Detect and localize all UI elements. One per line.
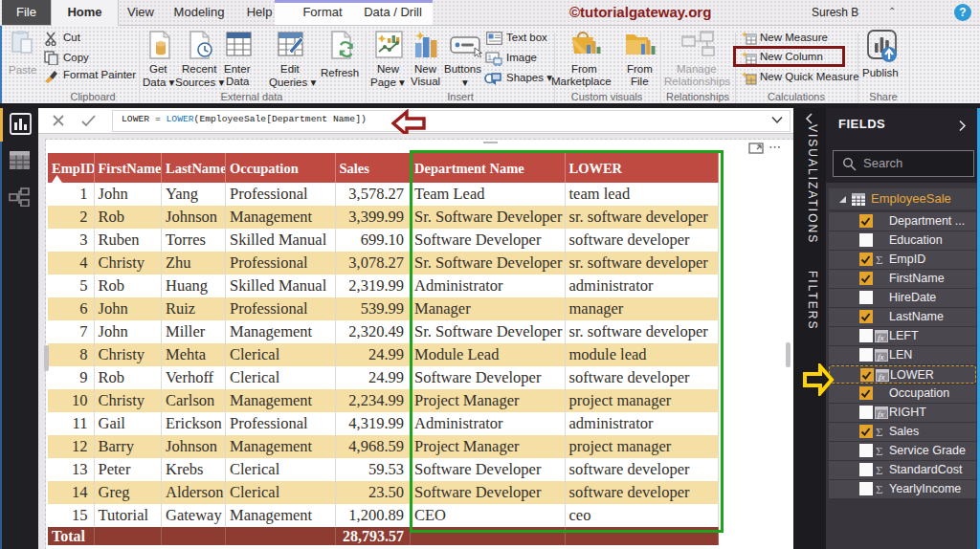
svg-text:fx: fx <box>878 352 884 362</box>
svg-text:fx: fx <box>879 372 885 382</box>
svg-text:fx: fx <box>878 409 884 419</box>
svg-text:fx: fx <box>878 333 884 342</box>
